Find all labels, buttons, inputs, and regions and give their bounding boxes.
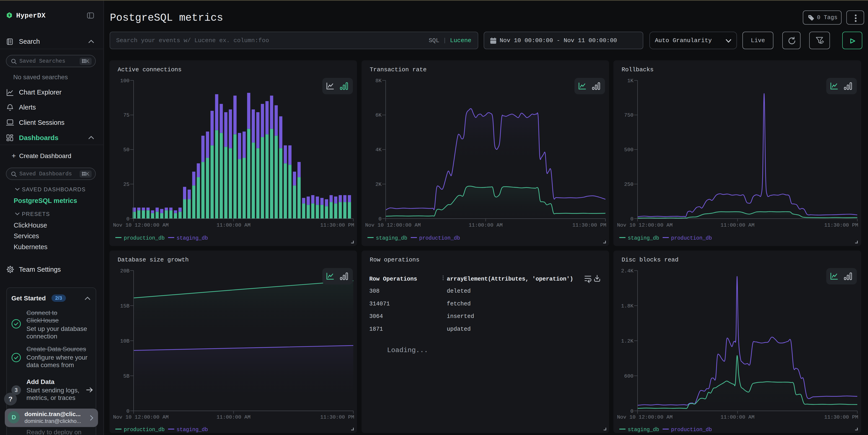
svg-text:500: 500 bbox=[624, 147, 634, 153]
svg-text:15B: 15B bbox=[120, 303, 129, 309]
svg-text:inserted: inserted bbox=[447, 313, 474, 320]
svg-text:314071: 314071 bbox=[369, 301, 390, 307]
svg-text:11:00:00 AM: 11:00:00 AM bbox=[217, 222, 250, 228]
svg-text:Active connections: Active connections bbox=[118, 66, 182, 73]
svg-text:11:30:00 PM: 11:30:00 PM bbox=[572, 222, 606, 228]
svg-text:Row Operations: Row Operations bbox=[369, 276, 417, 282]
svg-text:Loading...: Loading... bbox=[387, 346, 428, 354]
svg-text:11:00:00 AM: 11:00:00 AM bbox=[720, 222, 754, 228]
svg-text:5B: 5B bbox=[123, 373, 129, 379]
svg-text:Nov 10 12:00:00 AM: Nov 10 12:00:00 AM bbox=[113, 414, 169, 420]
svg-text:staging_db: staging_db bbox=[177, 235, 208, 241]
svg-text:Transaction rate: Transaction rate bbox=[370, 66, 427, 73]
svg-text:11:30:00 PM: 11:30:00 PM bbox=[320, 414, 354, 420]
svg-text:750: 750 bbox=[624, 112, 634, 118]
svg-text:updated: updated bbox=[447, 326, 471, 333]
svg-text:75: 75 bbox=[123, 112, 129, 118]
svg-text:production_db: production_db bbox=[671, 235, 712, 241]
svg-text:staging_db: staging_db bbox=[628, 427, 659, 433]
svg-text:Nov 10 12:00:00 AM: Nov 10 12:00:00 AM bbox=[113, 222, 169, 228]
svg-text:4K: 4K bbox=[375, 147, 381, 153]
svg-text:production_db: production_db bbox=[419, 235, 460, 241]
svg-text:1.8K: 1.8K bbox=[621, 303, 634, 309]
svg-text:50: 50 bbox=[123, 147, 129, 153]
svg-text:0: 0 bbox=[378, 216, 381, 222]
svg-text:2.4K: 2.4K bbox=[621, 268, 634, 274]
svg-text:10B: 10B bbox=[120, 338, 129, 344]
svg-text:Nov 10 12:00:00 AM: Nov 10 12:00:00 AM bbox=[365, 222, 421, 228]
svg-text:1871: 1871 bbox=[369, 326, 383, 333]
svg-text:production_db: production_db bbox=[124, 427, 164, 433]
svg-text:0: 0 bbox=[630, 408, 634, 414]
svg-text:600: 600 bbox=[624, 373, 634, 379]
svg-text:308: 308 bbox=[369, 288, 379, 295]
svg-text:250: 250 bbox=[624, 181, 634, 188]
svg-text:Row operations: Row operations bbox=[370, 257, 420, 263]
svg-text:0: 0 bbox=[126, 216, 129, 222]
svg-text:Nov 10 12:00:00 AM: Nov 10 12:00:00 AM bbox=[617, 222, 673, 228]
svg-text:11:30:00 PM: 11:30:00 PM bbox=[320, 222, 354, 228]
svg-text:11:00:00 AM: 11:00:00 AM bbox=[217, 414, 250, 420]
svg-text:Disc blocks read: Disc blocks read bbox=[622, 257, 679, 263]
svg-text:1K: 1K bbox=[627, 78, 634, 84]
svg-text:6K: 6K bbox=[375, 112, 381, 118]
svg-text:11:00:00 AM: 11:00:00 AM bbox=[469, 222, 503, 228]
svg-text:2K: 2K bbox=[375, 181, 381, 188]
svg-text:11:00:00 AM: 11:00:00 AM bbox=[720, 414, 754, 420]
svg-text:3064: 3064 bbox=[369, 313, 383, 320]
svg-text:8K: 8K bbox=[375, 78, 381, 84]
svg-text:11:30:00 PM: 11:30:00 PM bbox=[824, 414, 858, 420]
svg-text:20B: 20B bbox=[120, 268, 129, 274]
svg-text:production_db: production_db bbox=[671, 427, 712, 433]
svg-text:0: 0 bbox=[126, 408, 129, 414]
svg-text:Rollbacks: Rollbacks bbox=[622, 66, 653, 73]
svg-text:25: 25 bbox=[123, 181, 129, 188]
svg-text:staging_db: staging_db bbox=[177, 427, 208, 433]
svg-text:0: 0 bbox=[630, 216, 634, 222]
svg-text:arrayElement(Attributes, 'oper: arrayElement(Attributes, 'operation') bbox=[447, 276, 573, 282]
svg-text:Database size growth: Database size growth bbox=[118, 257, 189, 263]
svg-text:100: 100 bbox=[120, 78, 129, 84]
svg-text:11:30:00 PM: 11:30:00 PM bbox=[824, 222, 858, 228]
svg-text:staging_db: staging_db bbox=[628, 235, 659, 241]
svg-text:deleted: deleted bbox=[447, 288, 471, 295]
svg-text:Nov 10 12:00:00 AM: Nov 10 12:00:00 AM bbox=[617, 414, 673, 420]
svg-text:staging_db: staging_db bbox=[376, 235, 407, 241]
svg-text:fetched: fetched bbox=[447, 301, 471, 307]
svg-text:1.2K: 1.2K bbox=[621, 338, 634, 344]
svg-text:production_db: production_db bbox=[124, 235, 164, 241]
